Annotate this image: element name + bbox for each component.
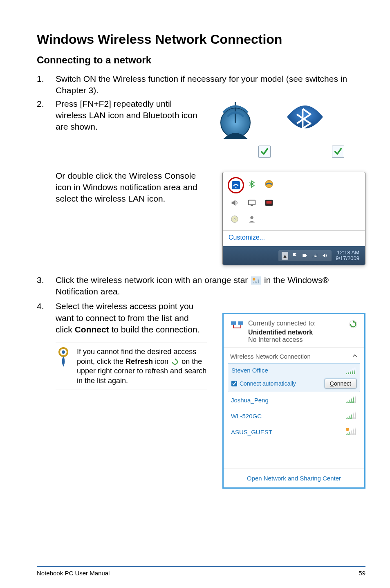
taskbar: ▴ 12:13 AM 9/17/2009 xyxy=(223,246,365,265)
svg-rect-5 xyxy=(251,205,253,206)
svg-rect-17 xyxy=(238,321,243,325)
connect-button[interactable]: CConnectonnect xyxy=(325,379,356,388)
notification-area-popup: Customize... ▴ 12:13 AM 9/17/2009 xyxy=(222,172,365,265)
network-tray-icon[interactable] xyxy=(311,252,318,259)
svg-point-10 xyxy=(250,216,253,219)
flag-icon[interactable] xyxy=(291,252,298,259)
signal-icon xyxy=(345,367,356,376)
bluetooth-big-icon xyxy=(280,98,342,155)
note-box: If you cannot find the desired access po… xyxy=(56,343,207,390)
svg-rect-7 xyxy=(267,201,272,203)
network-flyout: Currently connected to: Unidentified net… xyxy=(222,313,365,489)
svg-point-13 xyxy=(253,278,255,281)
touchpad-icon[interactable] xyxy=(262,196,276,210)
svg-point-19 xyxy=(346,428,349,431)
wifi-item-selected[interactable]: Steven Office Connect automatically CCon… xyxy=(228,363,360,392)
step-number: 2. xyxy=(37,98,56,110)
wifi-item[interactable]: ASUS_GUEST xyxy=(228,424,360,440)
signal-icon xyxy=(345,427,357,437)
svg-rect-11 xyxy=(303,254,306,257)
wireless-console-icon[interactable] xyxy=(228,177,244,193)
footer-divider xyxy=(37,566,365,567)
check-icon xyxy=(258,146,271,158)
step-text: Click the wireless network icon with an … xyxy=(56,274,365,298)
check-icon xyxy=(332,146,344,158)
step-text: Select the wireless access point you wan… xyxy=(56,301,203,335)
svg-rect-1 xyxy=(232,181,240,189)
step-1: 1. Switch ON the Wireless function if ne… xyxy=(37,73,365,97)
footer-left: Notebook PC User Manual xyxy=(37,570,110,577)
wifi-item[interactable]: Joshua_Peng xyxy=(228,392,360,408)
svg-point-2 xyxy=(235,187,237,188)
wireless-star-icon xyxy=(251,276,261,285)
step-text: Press [FN+F2] repeatedly until wireless … xyxy=(56,98,203,133)
network-map-icon xyxy=(230,320,244,332)
taskbar-clock[interactable]: 12:13 AM 9/17/2009 xyxy=(333,250,362,262)
disc-icon[interactable] xyxy=(228,212,242,226)
step-text: Switch ON the Wireless function if neces… xyxy=(56,73,365,97)
connect-automatically-checkbox[interactable]: Connect automatically xyxy=(231,380,296,387)
page-title: Windows Wireless Network Connection xyxy=(37,32,365,47)
note-text: If you cannot find the desired access po… xyxy=(77,347,207,386)
step-3: 3. Click the wireless network icon with … xyxy=(37,274,365,298)
page-subtitle: Connecting to a network xyxy=(37,54,365,66)
open-network-center-link[interactable]: Open Network and Sharing Center xyxy=(224,469,364,487)
power-icon[interactable] xyxy=(301,252,308,259)
wifi-big-icon xyxy=(211,98,268,155)
signal-icon xyxy=(345,411,357,421)
svg-rect-4 xyxy=(249,200,256,205)
important-icon xyxy=(56,347,73,386)
monitor-icon[interactable] xyxy=(245,196,259,210)
show-hidden-icon[interactable]: ▴ xyxy=(282,252,288,260)
user-icon[interactable] xyxy=(245,212,259,226)
step-2-alt: Or double click the Wireless Console ico… xyxy=(56,170,207,205)
chevron-up-icon[interactable] xyxy=(352,353,358,360)
svg-point-9 xyxy=(234,218,235,220)
step-number: 4. xyxy=(37,301,56,335)
svg-rect-12 xyxy=(306,255,307,256)
flyout-section-title: Wireless Network Connection xyxy=(224,348,364,363)
connection-status: Currently connected to: Unidentified net… xyxy=(248,320,316,343)
speaker-icon[interactable] xyxy=(228,196,242,210)
step-number: 3. xyxy=(37,274,56,298)
customize-link[interactable]: Customize... xyxy=(223,230,365,246)
volume-tray-icon[interactable] xyxy=(322,252,328,259)
refresh-icon xyxy=(171,358,179,366)
page-number: 59 xyxy=(359,570,365,577)
wifi-item[interactable]: WL-520GC xyxy=(228,408,360,424)
svg-point-15 xyxy=(62,350,65,354)
refresh-icon[interactable] xyxy=(349,320,358,330)
ie-icon[interactable] xyxy=(262,177,276,191)
step-number: 1. xyxy=(37,73,56,97)
bluetooth-tray-icon[interactable] xyxy=(245,177,259,191)
svg-rect-16 xyxy=(231,321,236,325)
step-2: 2. Press [FN+F2] repeatedly until wirele… xyxy=(37,98,365,155)
signal-icon xyxy=(345,395,357,405)
